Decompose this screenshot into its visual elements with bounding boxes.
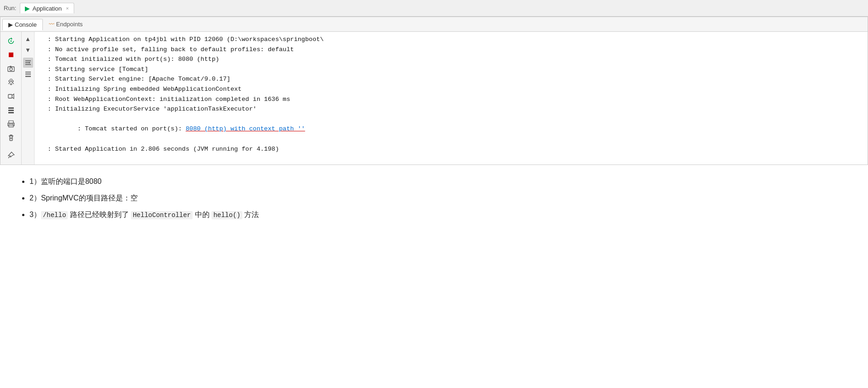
run-tab-close[interactable]: × <box>66 6 69 11</box>
note-item-3: 3）/hello 路径已经映射到了 HelloController 中的 hel… <box>29 207 850 222</box>
print-icon <box>7 120 15 128</box>
note-3-end: 方法 <box>242 211 259 218</box>
note-3-code3: hello() <box>211 211 242 219</box>
tab-endpoints-label: Endpoints <box>56 21 83 28</box>
svg-point-1 <box>10 41 12 42</box>
camera-icon <box>7 65 15 72</box>
note-3-prefix: 3） <box>29 211 41 218</box>
svg-point-7 <box>12 80 13 82</box>
console-line-9: : Tomcat started on port(s): 8080 (http)… <box>40 114 862 144</box>
notes-list: 1）监听的端口是8080 2）SpringMVC的项目路径是：空 3）/hell… <box>18 174 850 222</box>
run-label: Run: <box>4 5 16 12</box>
note-3-middle: 路径已经映射到了 <box>68 211 131 218</box>
note-item-1: 1）监听的端口是8080 <box>29 174 850 189</box>
debug-button[interactable] <box>4 76 18 89</box>
layout-icon <box>7 106 15 114</box>
svg-point-14 <box>12 124 13 125</box>
console-line-9-before: : Tomcat started on port(s): <box>70 125 186 132</box>
stop-icon <box>7 51 15 59</box>
svg-rect-5 <box>10 66 12 67</box>
soft-wrap-icon <box>24 59 32 66</box>
run-tab-name: Application <box>32 5 62 12</box>
console-line-7: : Root WebApplicationContext: initializa… <box>40 94 862 105</box>
console-line-2: : No active profile set, falling back to… <box>40 45 862 55</box>
scroll-up-button[interactable]: ▲ <box>23 34 33 44</box>
redirect-button[interactable] <box>4 90 18 103</box>
debug-icon <box>7 79 15 86</box>
svg-marker-0 <box>11 37 12 40</box>
note-1-text: 1）监听的端口是8080 <box>29 177 102 185</box>
console-line-10: : Started Application in 2.806 seconds (… <box>40 144 862 154</box>
scroll-end-button[interactable] <box>23 69 33 79</box>
note-item-2: 2）SpringMVC的项目路径是：空 <box>29 191 850 206</box>
camera-button[interactable] <box>4 62 18 75</box>
svg-rect-10 <box>8 110 14 111</box>
run-tab[interactable]: ▶ Application × <box>20 3 74 13</box>
layout-button[interactable] <box>4 104 18 117</box>
redirect-icon <box>7 93 15 100</box>
svg-point-6 <box>9 80 11 82</box>
scroll-end-icon <box>24 70 32 77</box>
inner-toolbar: ▲ ▼ <box>22 32 35 165</box>
delete-icon <box>7 134 15 141</box>
svg-rect-9 <box>8 107 14 109</box>
tabs-row: ▶ Console 〰 Endpoints <box>0 17 868 32</box>
svg-rect-8 <box>8 94 12 98</box>
console-area[interactable]: : Starting Application on tp4jbl with PI… <box>35 32 868 165</box>
restart-button[interactable] <box>4 35 18 47</box>
stop-button[interactable] <box>4 48 18 61</box>
tab-console-label: Console <box>15 21 37 28</box>
ide-window: ▶ Console 〰 Endpoints <box>0 17 868 165</box>
pin-icon <box>7 152 15 159</box>
svg-rect-2 <box>9 53 13 57</box>
note-3-code2: HelloController <box>131 211 193 219</box>
note-3-code1: /hello <box>41 211 68 219</box>
endpoints-icon: 〰 <box>49 21 54 28</box>
tab-console[interactable]: ▶ Console <box>2 19 43 30</box>
console-line-4: : Starting service [Tomcat] <box>40 65 862 75</box>
console-icon: ▶ <box>8 21 13 28</box>
svg-rect-11 <box>8 112 14 113</box>
print-button[interactable] <box>4 118 18 130</box>
note-3-suffix: 中的 <box>193 211 211 218</box>
console-line-3: : Tomcat initialized with port(s): 8080 … <box>40 54 862 65</box>
scroll-down-button[interactable]: ▼ <box>23 45 33 55</box>
console-line-6: : Initializing Spring embedded WebApplic… <box>40 84 862 94</box>
soft-wrap-button[interactable] <box>23 58 33 68</box>
main-area: ▲ ▼ : Starting App <box>0 32 868 165</box>
console-line-5: : Starting Servlet engine: [Apache Tomca… <box>40 74 862 84</box>
run-tab-play-icon: ▶ <box>25 5 30 12</box>
sidebar <box>0 32 22 165</box>
restart-icon <box>7 37 15 45</box>
console-line-8: : Initializing ExecutorService 'applicat… <box>40 104 862 114</box>
console-link[interactable]: 8080 (http) with context path '' <box>186 125 305 132</box>
delete-button[interactable] <box>4 131 18 144</box>
notes-section: 1）监听的端口是8080 2）SpringMVC的项目路径是：空 3）/hell… <box>0 165 868 233</box>
tab-endpoints[interactable]: 〰 Endpoints <box>43 18 89 30</box>
console-line-1: : Starting Application on tp4jbl with PI… <box>40 35 862 45</box>
run-bar: Run: ▶ Application × <box>0 0 868 17</box>
note-2-text: 2）SpringMVC的项目路径是：空 <box>29 194 138 202</box>
pin-button[interactable] <box>4 149 18 162</box>
svg-point-4 <box>10 68 12 71</box>
